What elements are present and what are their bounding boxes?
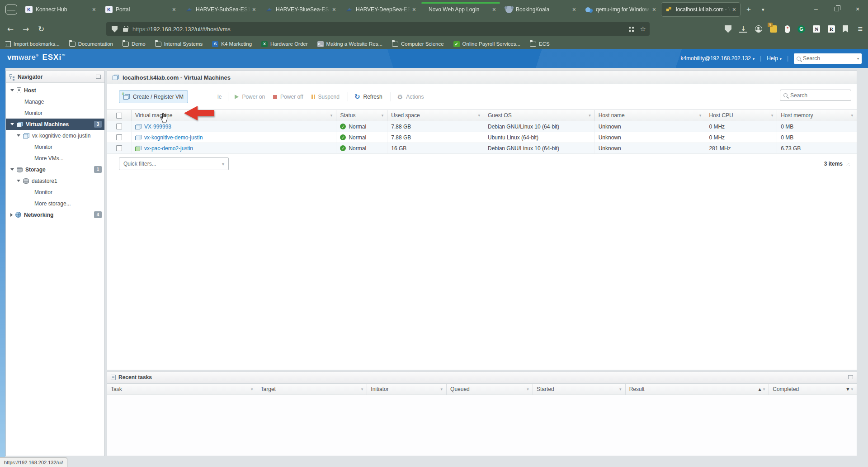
tab-close-icon[interactable]: × — [651, 6, 658, 13]
tab-close-icon[interactable]: × — [250, 6, 258, 13]
help-menu[interactable]: Help▾ — [767, 55, 782, 62]
browser-tab[interactable]: HARVEY-DeepSea-ES12× — [341, 2, 420, 17]
tracking-shield-icon[interactable] — [112, 26, 118, 33]
extension-yellow-icon[interactable]: 1 — [770, 25, 777, 33]
navigator-pin-icon[interactable] — [96, 75, 101, 79]
caret-down-icon[interactable] — [10, 89, 14, 91]
browser-tab[interactable]: HARVEY-BlueSea-ES12× — [261, 2, 340, 17]
close-button[interactable]: × — [847, 0, 868, 18]
restore-button[interactable] — [826, 0, 847, 18]
bookmark-item[interactable]: ECS — [530, 41, 550, 47]
lock-icon[interactable] — [123, 28, 128, 32]
page-actions-grid-icon[interactable] — [629, 27, 634, 32]
column-dropdown-icon[interactable]: ▾ — [851, 387, 853, 391]
task-column-result[interactable]: Result▲▾ — [626, 384, 769, 395]
grammarly-icon[interactable]: G — [797, 25, 805, 33]
browser-tab[interactable]: KPortal× — [101, 2, 180, 17]
bookmark-item[interactable]: Documentation — [69, 41, 113, 47]
new-tab-button[interactable]: + — [741, 5, 756, 14]
tab-close-icon[interactable]: × — [330, 6, 338, 13]
column-dropdown-icon[interactable]: ▾ — [478, 113, 480, 118]
header-search-box[interactable]: ▾ — [794, 53, 862, 64]
sidebar-item-vx-kognitive-demo-justin[interactable]: vx-kognitive-demo-justin — [6, 130, 104, 141]
sidebar-item-monitor[interactable]: Monitor — [6, 107, 104, 119]
caret-right-icon[interactable] — [10, 213, 13, 217]
column-header-host-name[interactable]: Host name▾ — [595, 110, 706, 121]
tab-close-icon[interactable]: × — [90, 6, 98, 13]
column-dropdown-icon[interactable]: ▾ — [361, 387, 363, 391]
menu-hamburger-icon[interactable]: ≡ — [858, 24, 863, 34]
console-button-remnant[interactable]: le — [217, 94, 222, 100]
vm-search-box[interactable] — [780, 90, 851, 101]
back-button[interactable]: ← — [3, 24, 18, 33]
vm-name-link[interactable]: vx-kognitive-demo-justin — [144, 134, 203, 141]
refresh-button[interactable]: ↻Refresh — [354, 94, 382, 100]
column-dropdown-icon[interactable]: ▾ — [619, 387, 622, 391]
row-checkbox[interactable] — [116, 124, 122, 129]
power-off-button[interactable]: Power off — [273, 94, 303, 100]
row-checkbox[interactable] — [116, 134, 122, 140]
create-register-vm-button[interactable]: + Create / Register VM — [119, 91, 188, 103]
bookmark-item[interactable]: ✓Online Payroll Services... — [453, 41, 520, 47]
extension-pill-icon[interactable] — [785, 25, 790, 33]
url-bar[interactable]: https://192.168.202.132/ui/#/host/vms ☆ — [106, 22, 650, 36]
column-dropdown-icon[interactable]: ▾ — [771, 113, 774, 118]
tab-close-icon[interactable]: × — [731, 6, 738, 13]
header-search-input[interactable] — [803, 55, 855, 62]
tab-close-icon[interactable]: × — [491, 6, 498, 13]
reload-button[interactable]: ↻ — [33, 24, 49, 33]
caret-down-icon[interactable] — [17, 134, 20, 137]
sidebar-item-more-vms-[interactable]: More VMs... — [6, 152, 104, 164]
column-dropdown-icon[interactable]: ▾ — [330, 113, 333, 118]
row-checkbox[interactable] — [116, 145, 122, 151]
column-header-guest-os[interactable]: Guest OS▾ — [484, 110, 595, 121]
list-all-tabs-icon[interactable]: ▾ — [756, 7, 770, 13]
task-column-started[interactable]: Started▾ — [533, 384, 626, 395]
bookmark-item[interactable]: XHardware Order — [261, 41, 307, 47]
column-dropdown-icon[interactable]: ▾ — [763, 387, 765, 391]
bookmark-item[interactable]: Computer Science — [392, 41, 444, 47]
column-header-host-memory[interactable]: Host memory▾ — [777, 110, 857, 121]
privacy-shield-icon[interactable] — [725, 25, 731, 33]
task-column-initiator[interactable]: Initiator▾ — [367, 384, 447, 395]
downloads-icon[interactable]: ↓ — [739, 25, 747, 33]
bookmark-item[interactable]: Demo — [123, 41, 146, 47]
sidebar-item-datastore1[interactable]: datastore1 — [6, 175, 104, 186]
column-header-host-cpu[interactable]: Host CPU▾ — [705, 110, 777, 121]
browser-tab[interactable]: localhost.k4lab.com - V× — [661, 2, 741, 17]
browser-tab[interactable]: KKonnect Hub× — [21, 2, 100, 17]
column-header-used-space[interactable]: Used space▾ — [387, 110, 484, 121]
tab-close-icon[interactable]: × — [571, 6, 578, 13]
browser-tab[interactable]: qemu-img for WIndow× — [581, 2, 660, 17]
column-dropdown-icon[interactable]: ▾ — [589, 113, 591, 118]
browser-tab[interactable]: BookingKoala× — [501, 2, 580, 17]
caret-down-icon[interactable] — [17, 180, 20, 182]
forward-button[interactable]: → — [18, 24, 33, 33]
caret-down-icon[interactable] — [10, 123, 14, 125]
bookmark-item[interactable]: SK4 Marketing — [212, 41, 252, 47]
tab-close-icon[interactable]: × — [170, 6, 178, 13]
tab-close-icon[interactable]: × — [410, 6, 418, 13]
sidebar-item-networking[interactable]: Networking4 — [6, 209, 104, 220]
account-icon[interactable] — [755, 25, 762, 33]
task-column-task[interactable]: Task▾ — [107, 384, 257, 395]
tasks-expand-icon[interactable] — [848, 375, 853, 379]
power-on-button[interactable]: Power on — [235, 94, 265, 100]
column-dropdown-icon[interactable]: ▾ — [382, 113, 384, 118]
sidebar-item-manage[interactable]: Manage — [6, 96, 104, 107]
sidebar-item-monitor[interactable]: Monitor — [6, 141, 104, 152]
bookmark-item[interactable]: Import bookmarks... — [5, 41, 60, 47]
column-dropdown-icon[interactable]: ▾ — [251, 387, 253, 391]
sidebar-item-host[interactable]: Host — [6, 85, 104, 96]
select-all-checkbox[interactable] — [116, 113, 122, 119]
extension-r-icon[interactable]: R — [828, 25, 835, 33]
bookmark-item[interactable]: Internal Systems — [155, 41, 203, 47]
task-column-completed[interactable]: Completed▼▾ — [769, 384, 857, 395]
minimize-button[interactable]: – — [806, 0, 826, 18]
column-dropdown-icon[interactable]: ▾ — [699, 113, 702, 118]
task-column-queued[interactable]: Queued▾ — [447, 384, 533, 395]
browser-tab[interactable]: HARVEY-SubSea-ES147× — [181, 2, 260, 17]
firefox-view-icon[interactable] — [5, 5, 17, 14]
column-header-status[interactable]: Status▾ — [336, 110, 387, 121]
browser-tab[interactable]: Novo Web App Login× — [421, 2, 500, 17]
